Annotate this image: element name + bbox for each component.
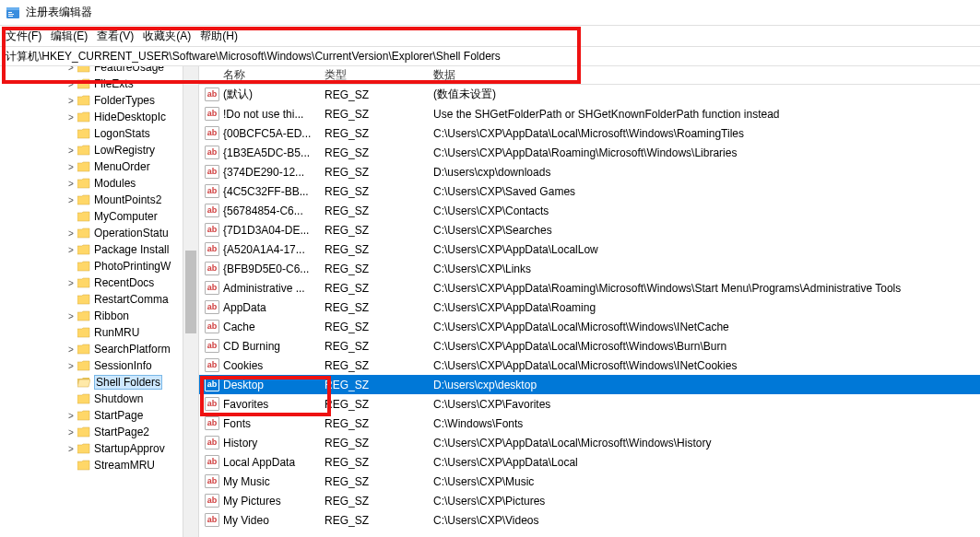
tree-item[interactable]: >StartPage2 [0,424,198,440]
tree-item[interactable]: RestartComma [0,291,198,308]
value-row[interactable]: ab{374DE290-12...REG_SZD:\users\cxp\down… [199,162,980,181]
value-row[interactable]: abDesktopREG_SZD:\users\cxp\desktop [199,375,980,394]
value-row[interactable]: ab{BFB9D5E0-C6...REG_SZC:\Users\CXP\Link… [199,259,980,278]
tree-item[interactable]: >Package Install [0,241,198,258]
value-name: Local AppData [223,456,295,469]
tree-item-label: FileExts [94,77,134,90]
value-type: REG_SZ [319,514,428,527]
value-type: REG_SZ [319,127,428,140]
string-value-icon: ab [205,513,219,527]
value-row[interactable]: abFavoritesREG_SZC:\Users\CXP\Favorites [199,394,980,414]
string-value-icon: ab [205,262,219,275]
tree-item[interactable]: >SessionInfo [0,357,198,374]
chevron-right-icon[interactable]: > [66,278,76,288]
value-row[interactable]: abFontsREG_SZC:\Windows\Fonts [199,414,980,433]
menu-edit[interactable]: 编辑(E) [51,29,88,44]
tree-item-label: Ribbon [94,309,129,322]
value-row[interactable]: ab{56784854-C6...REG_SZC:\Users\CXP\Cont… [199,201,980,220]
tree-item[interactable]: >LowRegistry [0,142,198,158]
tree-item[interactable]: RunMRU [0,324,198,341]
chevron-right-icon[interactable]: > [66,311,76,321]
chevron-right-icon[interactable]: > [66,344,76,355]
value-row[interactable]: abAdministrative ...REG_SZC:\Users\CXP\A… [199,278,980,298]
menu-view[interactable]: 查看(V) [97,29,134,44]
tree-item[interactable]: >HideDesktopIc [0,109,198,125]
tree-item[interactable]: LogonStats [0,125,198,142]
value-name: {374DE290-12... [223,166,304,179]
string-value-icon: ab [205,455,219,469]
tree-item[interactable]: >MenuOrder [0,158,198,175]
menu-file[interactable]: 文件(F) [6,29,41,44]
tree-item[interactable]: >MountPoints2 [0,192,198,208]
chevron-right-icon[interactable]: > [66,112,76,123]
value-row[interactable]: ab{A520A1A4-17...REG_SZC:\Users\CXP\AppD… [199,239,980,259]
value-row[interactable]: ab(默认)REG_SZ(数值未设置) [199,85,980,104]
tree-item[interactable]: Shell Folders [0,374,198,391]
values-header: 名称 类型 数据 [199,66,980,85]
value-name: CD Burning [223,340,280,353]
value-row[interactable]: abMy VideoREG_SZC:\Users\CXP\Videos [199,510,980,530]
value-row[interactable]: abMy PicturesREG_SZC:\Users\CXP\Pictures [199,491,980,510]
menu-favorites[interactable]: 收藏夹(A) [143,29,191,44]
tree-item[interactable]: >FeatureUsage [0,66,198,76]
chevron-right-icon[interactable]: > [66,444,76,454]
value-row[interactable]: ab!Do not use thi...REG_SZUse the SHGetF… [199,104,980,123]
chevron-right-icon[interactable]: > [66,162,76,172]
window-title: 注册表编辑器 [26,5,92,20]
value-data: C:\Users\CXP\AppData\LocalLow [428,243,980,256]
values-pane[interactable]: 名称 类型 数据 ab(默认)REG_SZ(数值未设置)ab!Do not us… [199,66,980,537]
tree-item[interactable]: StreamMRU [0,457,198,473]
value-type: REG_SZ [319,282,428,295]
value-row[interactable]: ab{1B3EA5DC-B5...REG_SZC:\Users\CXP\AppD… [199,143,980,162]
folder-icon [77,228,90,239]
tree-pane[interactable]: >FeatureUsage>FileExts>FolderTypes>HideD… [0,66,199,537]
value-row[interactable]: abLocal AppDataREG_SZC:\Users\CXP\AppDat… [199,452,980,472]
value-row[interactable]: abCacheREG_SZC:\Users\CXP\AppData\Local\… [199,317,980,336]
tree-item[interactable]: >StartPage [0,407,198,424]
chevron-right-icon[interactable]: > [66,427,76,438]
value-row[interactable]: abAppDataREG_SZC:\Users\CXP\AppData\Roam… [199,298,980,317]
tree-item[interactable]: >OperationStatu [0,225,198,241]
tree-item[interactable]: >StartupApprov [0,440,198,457]
tree-item[interactable]: >Modules [0,175,198,192]
svg-rect-4 [8,16,13,17]
tree-item[interactable]: >Ribbon [0,308,198,324]
value-name: My Music [223,475,270,488]
folder-icon [77,145,90,156]
svg-rect-3 [8,14,14,15]
value-row[interactable]: ab{7D1D3A04-DE...REG_SZC:\Users\CXP\Sear… [199,220,980,239]
chevron-right-icon[interactable]: > [66,228,76,239]
col-header-name[interactable]: 名称 [199,67,319,83]
value-type: REG_SZ [319,475,428,488]
col-header-data[interactable]: 数据 [428,67,980,83]
chevron-right-icon[interactable]: > [66,96,76,106]
menu-help[interactable]: 帮助(H) [200,29,238,44]
scrollbar-thumb[interactable] [185,251,196,333]
chevron-right-icon[interactable]: > [66,79,76,89]
tree-item[interactable]: Shutdown [0,391,198,407]
chevron-right-icon[interactable]: > [66,66,76,73]
value-row[interactable]: ab{00BCFC5A-ED...REG_SZC:\Users\CXP\AppD… [199,123,980,143]
tree-scrollbar[interactable] [183,66,198,537]
chevron-right-icon[interactable]: > [66,179,76,189]
tree-item[interactable]: >FileExts [0,76,198,92]
value-row[interactable]: abCD BurningREG_SZC:\Users\CXP\AppData\L… [199,336,980,356]
chevron-right-icon[interactable]: > [66,361,76,371]
value-data: C:\Users\CXP\AppData\Local\Microsoft\Win… [428,359,980,372]
chevron-right-icon[interactable]: > [66,245,76,255]
address-bar[interactable]: 计算机\HKEY_CURRENT_USER\Software\Microsoft… [0,46,980,66]
tree-item[interactable]: >RecentDocs [0,274,198,291]
chevron-right-icon[interactable]: > [66,411,76,421]
tree-item[interactable]: MyComputer [0,208,198,225]
value-row[interactable]: abHistoryREG_SZC:\Users\CXP\AppData\Loca… [199,433,980,452]
col-header-type[interactable]: 类型 [319,67,428,83]
chevron-right-icon[interactable]: > [66,195,76,205]
tree-item[interactable]: >FolderTypes [0,92,198,109]
value-row[interactable]: abCookiesREG_SZC:\Users\CXP\AppData\Loca… [199,356,980,375]
tree-item[interactable]: >SearchPlatform [0,341,198,357]
value-row[interactable]: abMy MusicREG_SZC:\Users\CXP\Music [199,472,980,491]
tree-item[interactable]: PhotoPrintingW [0,258,198,274]
chevron-right-icon[interactable]: > [66,146,76,156]
string-value-icon: ab [205,397,219,411]
value-row[interactable]: ab{4C5C32FF-BB...REG_SZC:\Users\CXP\Save… [199,181,980,201]
